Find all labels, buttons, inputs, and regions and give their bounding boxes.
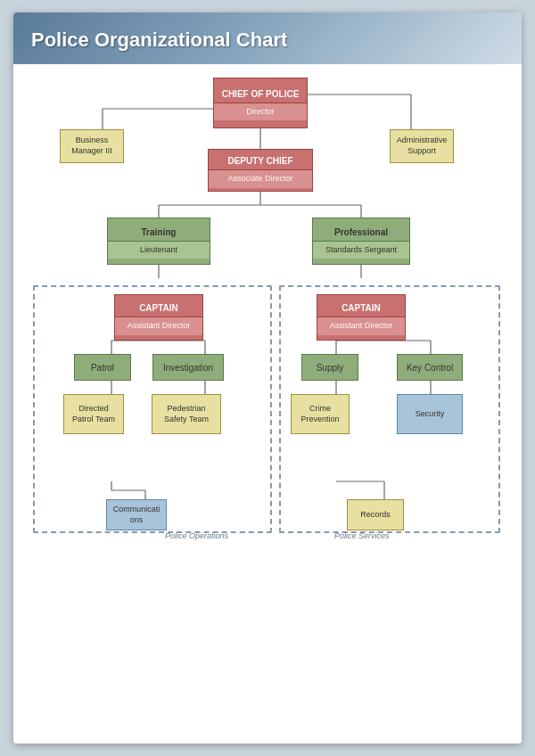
deputy-chief-title: DEPUTY CHIEF [209, 152, 312, 169]
page: Police Organizational Chart [13, 12, 522, 744]
records-label: Records [360, 510, 391, 521]
business-manager-label: Business Manager III [71, 136, 112, 156]
services-label: Police Services [334, 531, 390, 540]
training-box: Training Lieutenant [107, 218, 210, 265]
professional-box: Professional Standards Sergeant [312, 218, 410, 265]
records-box: Records [347, 499, 404, 530]
captain-right-sub: Assistant Director [317, 316, 405, 335]
training-sub: Lieutenant [108, 241, 210, 259]
professional-title: Professional [313, 224, 409, 241]
captain-right-title: CAPTAIN [317, 300, 405, 316]
operations-label: Police Operations [165, 531, 228, 540]
patrol-label: Patrol [91, 362, 114, 374]
investigation-label: Investigation [163, 362, 213, 374]
page-title: Police Organizational Chart [31, 29, 504, 52]
pedestrian-label: Pedestrian Safety Team [156, 404, 217, 424]
chart-area: CHIEF OF POLICE Director Business Manage… [13, 64, 522, 744]
chief-title: CHIEF OF POLICE [214, 86, 307, 103]
pedestrian-box: Pedestrian Safety Team [152, 394, 221, 434]
professional-sub: Standards Sergeant [313, 241, 409, 259]
key-control-box: Key Control [397, 354, 463, 381]
captain-left-title: CAPTAIN [115, 300, 202, 316]
communications-label: Communicati ons [111, 505, 162, 525]
deputy-chief-box: DEPUTY CHIEF Associate Director [208, 149, 313, 192]
directed-patrol-box: Directed Patrol Team [63, 394, 124, 434]
investigation-box: Investigation [152, 354, 224, 381]
crime-prevention-label: Crime Prevention [295, 404, 345, 424]
captain-left-sub: Assistant Director [115, 316, 202, 335]
chief-box: CHIEF OF POLICE Director [213, 78, 308, 128]
training-title: Training [108, 224, 210, 241]
communications-box: Communicati ons [106, 499, 167, 530]
captain-left-box: CAPTAIN Assistant Director [114, 294, 203, 341]
key-control-label: Key Control [407, 362, 453, 374]
admin-support-label: Administrative Support [394, 136, 449, 156]
security-box: Security [397, 394, 463, 434]
header: Police Organizational Chart [13, 12, 522, 64]
captain-right-box: CAPTAIN Assistant Director [317, 294, 406, 341]
supply-label: Supply [317, 362, 344, 374]
security-label: Security [416, 409, 445, 420]
supply-box: Supply [301, 354, 358, 381]
directed-patrol-label: Directed Patrol Team [68, 404, 119, 424]
admin-support-box: Administrative Support [390, 129, 454, 163]
chief-sub: Director [214, 103, 307, 121]
business-manager-box: Business Manager III [60, 129, 124, 163]
patrol-box: Patrol [74, 354, 131, 381]
crime-prevention-box: Crime Prevention [291, 394, 350, 434]
deputy-chief-sub: Associate Director [209, 169, 312, 188]
